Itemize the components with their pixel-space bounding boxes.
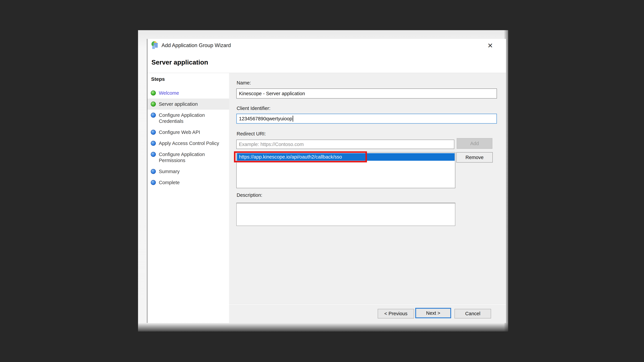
description-label: Description: [237,192,262,198]
previous-button[interactable]: < Previous [378,309,414,319]
step-item-configure-application-credentials: Configure Application Credentials [148,110,229,127]
add-button[interactable]: Add [457,138,492,149]
steps-header: Steps [151,76,165,82]
description-textarea[interactable] [236,203,455,226]
step-bullet-blue-icon [151,141,156,146]
steps-sidebar: Steps Welcome Server application Configu… [148,73,229,323]
add-application-group-wizard-window: Add Application Group Wizard ✕ Server ap… [147,39,506,323]
step-bullet-blue-icon [151,180,156,185]
application-group-icon [151,41,159,49]
step-bullet-blue-icon [151,130,156,135]
window-title: Add Application Group Wizard [162,42,231,48]
server-application-form: Name: Client Identifier: 1234567890qwert… [229,73,506,323]
cancel-button[interactable]: Cancel [454,309,491,319]
step-item-configure-application-permissions: Configure Application Permissions [148,149,229,166]
text-caret [293,116,293,122]
step-bullet-green-icon [151,102,156,107]
client-identifier-input[interactable]: 1234567890qwertyuioop [236,114,497,124]
step-item-summary: Summary [148,166,229,177]
client-identifier-value: 1234567890qwertyuioop [239,116,292,121]
redirect-uri-label: Redirect URI: [237,131,266,137]
client-identifier-label: Client Identifier: [237,106,270,111]
step-bullet-blue-icon [151,169,156,174]
wizard-titlebar: Add Application Group Wizard ✕ [148,39,506,56]
step-item-welcome: Welcome [148,87,229,98]
step-item-configure-web-api: Configure Web API [148,127,229,138]
step-item-server-application: Server application [148,98,229,110]
step-item-complete: Complete [148,177,229,188]
name-input[interactable] [236,88,497,98]
step-bullet-blue-icon [151,152,156,157]
page-title: Server application [152,59,208,66]
screenshot-canvas: Add Application Group Wizard ✕ Server ap… [138,30,508,332]
step-item-apply-access-control-policy: Apply Access Control Policy [148,138,229,149]
step-bullet-green-icon [151,90,156,95]
next-button[interactable]: Next > [415,308,451,318]
redirect-uri-input[interactable] [236,140,454,149]
remove-button[interactable]: Remove [456,152,493,163]
redirect-uri-list-item-selected[interactable]: https://app.kinescope.io/api/oauth2/call… [237,153,455,161]
step-bullet-blue-icon [151,113,156,118]
redirect-uri-listbox[interactable]: https://app.kinescope.io/api/oauth2/call… [236,152,455,188]
close-icon[interactable]: ✕ [485,40,495,51]
steps-list: Welcome Server application Configure App… [148,87,229,188]
name-label: Name: [237,80,251,86]
footer-separator [229,304,506,305]
